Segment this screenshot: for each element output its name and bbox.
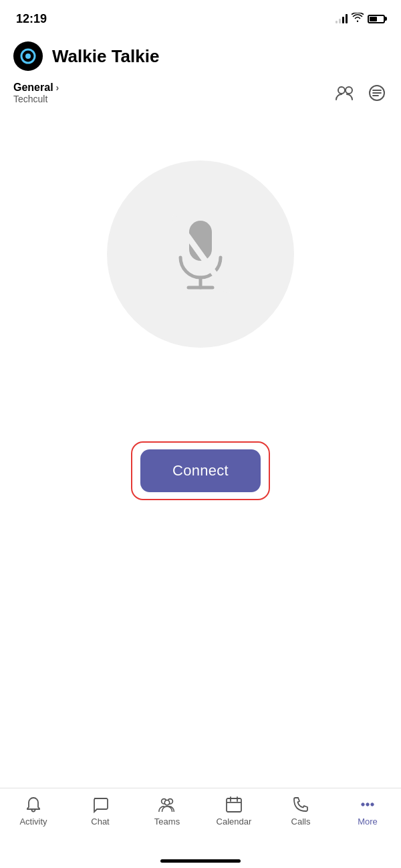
nav-label-calls: Calls [291,817,311,827]
svg-point-1 [25,53,31,59]
message-icon[interactable] [366,82,388,104]
status-icons [336,13,385,25]
channel-team: Techcult [13,94,59,104]
svg-point-12 [164,800,169,804]
svg-point-17 [362,803,364,806]
channel-row: General › Techcult [0,79,401,107]
svg-rect-13 [227,798,241,812]
nav-item-calls[interactable]: Calls [267,795,334,827]
nav-item-chat[interactable]: Chat [67,795,134,827]
signal-icon [336,14,348,23]
nav-label-calendar: Calendar [217,817,252,827]
status-bar: 12:19 [0,0,401,35]
more-icon [358,795,377,814]
app-title: Walkie Talkie [52,46,159,67]
mic-muted-icon [160,211,241,298]
app-logo [13,41,43,71]
bottom-nav: Activity Chat Teams [0,788,401,868]
wifi-icon [352,13,364,25]
connect-section: Connect [0,441,401,500]
home-indicator [160,859,241,863]
svg-point-3 [346,87,352,94]
connect-button-highlight: Connect [131,441,270,500]
teams-icon [158,795,176,814]
bell-icon [24,795,43,814]
svg-point-18 [366,803,369,806]
nav-item-teams[interactable]: Teams [134,795,200,827]
svg-point-2 [338,87,345,94]
calls-icon [291,795,310,814]
nav-item-more[interactable]: More [334,795,401,827]
channel-chevron: › [56,82,59,93]
app-header: Walkie Talkie [0,35,401,79]
svg-point-19 [371,803,374,806]
nav-label-teams: Teams [154,817,180,827]
nav-label-more: More [358,817,378,827]
members-icon[interactable] [334,82,356,104]
mic-area [0,160,401,348]
nav-item-calendar[interactable]: Calendar [200,795,267,827]
nav-label-activity: Activity [19,817,47,827]
chat-icon [91,795,110,814]
channel-name[interactable]: General › [13,82,59,94]
channel-info[interactable]: General › Techcult [13,82,59,104]
mic-circle [107,160,294,348]
connect-button[interactable]: Connect [140,449,261,492]
channel-actions [334,82,388,104]
battery-icon [368,15,385,23]
nav-item-activity[interactable]: Activity [0,795,67,827]
nav-label-chat: Chat [91,817,109,827]
status-time: 12:19 [16,12,47,26]
calendar-icon [225,795,243,814]
